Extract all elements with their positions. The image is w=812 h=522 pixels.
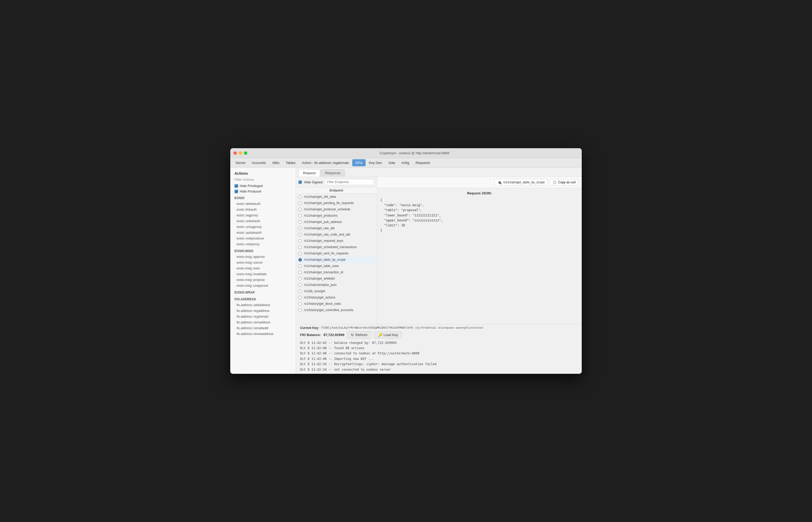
nav-server[interactable]: Server xyxy=(232,159,249,166)
endpoint-label: /v1/history/get_controlled_accounts xyxy=(304,308,353,312)
endpoint-label: /v1/chain/get_raw_code_and_abi xyxy=(304,233,350,236)
copy-icon: 📋 xyxy=(553,180,556,184)
selected-endpoint-text: /v1/chain/get_table_by_scope xyxy=(503,180,545,184)
sidebar-item-regproxy[interactable]: eosio::regproxy xyxy=(230,213,296,218)
sidebar-item-linkauth[interactable]: eosio::linkauth xyxy=(230,207,296,213)
sidebar-item-exec[interactable]: eosio.msig::exec xyxy=(230,265,296,271)
main-window: Cryptonym - nodeos @ http://wintermute:8… xyxy=(230,148,582,374)
fio-balance-row: FIO Balance: 87,722.92999 ↻ Refresh 🔑 Lo… xyxy=(300,331,577,339)
nav-tables[interactable]: Tables xyxy=(282,159,299,166)
section-eosiomsig: EOSIO.MSIG xyxy=(230,247,296,254)
endpoint-get-table-rows[interactable]: /v1/chain/get_table_rows xyxy=(296,263,377,269)
log-entry-2: Oct 6 11:42:40 -- connected to nodeos at… xyxy=(300,351,577,356)
sidebar-item-remalladdr[interactable]: fio.address::remalladdr xyxy=(230,325,296,331)
endpoint-get-raw-code-and-abi[interactable]: /v1/chain/get_raw_code_and_abi xyxy=(296,232,377,238)
sidebar-item-unregproxy[interactable]: eosio::unregproxy xyxy=(230,224,296,230)
endpoint-label: /v1/chain/get_whitelist xyxy=(304,277,334,280)
minimize-button[interactable] xyxy=(239,152,242,155)
nav-msig[interactable]: mSig xyxy=(399,159,412,166)
tab-bar: Request Response xyxy=(296,168,582,177)
sidebar-item-voteproducer[interactable]: eosio::voteproducer xyxy=(230,236,296,241)
sidebar-item-voteproxy[interactable]: eosio::voteproxy xyxy=(230,241,296,247)
current-key-label: Current Key: xyxy=(300,326,319,330)
endpoint-get-table-by-scope[interactable]: /v1/chain/get_table_by_scope xyxy=(296,257,377,263)
tab-request[interactable]: Request xyxy=(299,169,320,177)
endpoint-label: /v1/chain/get_table_rows xyxy=(304,264,339,268)
sidebar-item-cancel[interactable]: eosio.msig::cancel xyxy=(230,260,296,265)
tab-response[interactable]: Response xyxy=(321,169,345,177)
endpoint-get-producers[interactable]: /v1/chain/get_producers xyxy=(296,213,377,219)
key-alias: o3jfktmbfxa1 xyxy=(415,326,436,329)
endpoint-get-transaction-id[interactable]: /v1/chain/get_transaction_id xyxy=(296,269,377,276)
hide-producer-checkbox[interactable] xyxy=(235,190,238,193)
endpoint-label: /v1/chain/get_sent_fio_requests xyxy=(304,252,348,255)
key-icon: 🔑 xyxy=(378,333,382,337)
sidebar-item-invalidate[interactable]: eosio.msig::invalidate xyxy=(230,271,296,277)
sidebar: Actions Filter Actions Hide Privileged H… xyxy=(230,168,296,374)
endpoint-history-get-block-txids[interactable]: /v1/history/get_block_txids xyxy=(296,301,377,307)
hide-signed-label: Hide Signed xyxy=(304,180,323,184)
endpoint-get-scheduled-transactions[interactable]: /v1/chain/get_scheduled_transactions xyxy=(296,244,377,250)
endpoints-col-header: Endpoint xyxy=(296,187,377,194)
endpoint-label: /v1/history/get_block_txids xyxy=(304,302,341,306)
content-area: Actions Filter Actions Hide Privileged H… xyxy=(230,168,582,374)
section-fioaddress: FIO.ADDRESS xyxy=(230,295,296,302)
nav-abis[interactable]: ABIs xyxy=(269,159,282,166)
sidebar-item-unlinkauth[interactable]: eosio::unlinkauth xyxy=(230,218,296,224)
nav-accounts[interactable]: Accounts xyxy=(249,159,269,166)
endpoint-serialize-json[interactable]: /v1/chain/serialize_json xyxy=(296,282,377,288)
nav-requests[interactable]: Requests xyxy=(412,159,433,166)
endpoint-get-obt-data[interactable]: /v1/chain/get_obt_data xyxy=(296,194,377,200)
endpoint-get-pending-fio[interactable]: /v1/chain/get_pending_fio_requests xyxy=(296,200,377,206)
endpoint-db-size-get[interactable]: /v1/db_size/get xyxy=(296,288,377,294)
load-key-button[interactable]: 🔑 Load Key xyxy=(374,331,402,339)
sidebar-item-deleteauth[interactable]: eosio::deleteauth xyxy=(230,201,296,207)
endpoint-icon: 🔌 xyxy=(497,180,502,184)
maximize-button[interactable] xyxy=(244,152,247,155)
endpoint-history-get-controlled-accounts[interactable]: /v1/history/get_controlled_accounts xyxy=(296,307,377,313)
hide-signed-checkbox[interactable] xyxy=(299,180,302,184)
endpoint-get-whitelist[interactable]: /v1/chain/get_whitelist xyxy=(296,276,377,282)
copy-curl-button[interactable]: 📋 Copy as curl xyxy=(550,179,578,185)
sidebar-item-approve[interactable]: eosio.msig::approve xyxy=(230,254,296,260)
endpoint-get-raw-abi[interactable]: /v1/chain/get_raw_abi xyxy=(296,225,377,232)
endpoints-list: /v1/chain/get_obt_data /v1/chain/get_pen… xyxy=(296,194,377,324)
close-button[interactable] xyxy=(234,152,237,155)
sidebar-item-updateauth[interactable]: eosio::updateauth xyxy=(230,230,296,236)
hide-producer-row: Hide Producer xyxy=(230,188,296,194)
log-area: Oct 6 11:42:42 -- balance changed by: 87… xyxy=(300,340,577,372)
log-entry-5: Oct 6 11:42:34 -- not connected to nodeo… xyxy=(300,367,577,372)
nav-action[interactable]: Action - fio.address::regdomain xyxy=(299,159,352,166)
json-code[interactable]: { "code": "eosio.msig", "table": "propos… xyxy=(380,198,578,233)
sidebar-item-unapprove[interactable]: eosio.msig::unapprove xyxy=(230,283,296,288)
endpoint-label: /v1/chain/get_raw_abi xyxy=(304,226,334,230)
nav-apis[interactable]: APIs xyxy=(352,159,366,166)
hide-privileged-checkbox[interactable] xyxy=(235,184,238,188)
filter-endpoints-input[interactable] xyxy=(325,179,374,185)
endpoint-get-required-keys[interactable]: /v1/chain/get_required_keys xyxy=(296,238,377,244)
window-title: Cryptonym - nodeos @ http://wintermute:8… xyxy=(250,151,578,155)
endpoint-get-producer-schedule[interactable]: /v1/chain/get_producer_schedule xyxy=(296,206,377,213)
nav-vote[interactable]: Vote xyxy=(385,159,399,166)
sidebar-item-regaddress[interactable]: fio.address::regaddress xyxy=(230,308,296,314)
endpoint-history-get-actions[interactable]: /v1/history/get_actions xyxy=(296,294,377,301)
refresh-button[interactable]: ↻ Refresh xyxy=(347,331,371,339)
hide-privileged-label: Hide Privileged xyxy=(240,184,263,188)
sidebar-item-remaddress[interactable]: fio.address::remaddress xyxy=(230,320,296,325)
sidebar-item-addaddress[interactable]: fio.address::addaddress xyxy=(230,302,296,308)
endpoint-label: /v1/chain/get_pub_address xyxy=(304,220,342,224)
sidebar-item-renewaddress[interactable]: fio.address::renewaddress xyxy=(230,331,296,337)
endpoint-get-pub-address[interactable]: /v1/chain/get_pub_address xyxy=(296,219,377,225)
endpoint-label: /v1/chain/get_pending_fio_requests xyxy=(304,201,353,205)
sidebar-item-regdomain[interactable]: fio.address::regdomain xyxy=(230,314,296,320)
endpoint-label: /v1/chain/get_obt_data xyxy=(304,195,336,199)
sidebar-item-propose[interactable]: eosio.msig::propose xyxy=(230,277,296,283)
refresh-icon: ↻ xyxy=(351,333,354,337)
endpoint-label: /v1/chain/get_transaction_id xyxy=(304,270,343,274)
endpoint-label: /v1/chain/get_producer_schedule xyxy=(304,207,350,211)
nav-keygen[interactable]: Key Gen xyxy=(366,159,385,166)
endpoint-label: /v1/chain/get_scheduled_transactions xyxy=(304,245,357,249)
endpoints-panel: Hide Signed Endpoint /v1/chain/get_obt_d… xyxy=(296,177,377,324)
endpoint-badge: 🔌 /v1/chain/get_table_by_scope xyxy=(494,179,548,186)
endpoint-get-sent-fio-requests[interactable]: /v1/chain/get_sent_fio_requests xyxy=(296,250,377,257)
